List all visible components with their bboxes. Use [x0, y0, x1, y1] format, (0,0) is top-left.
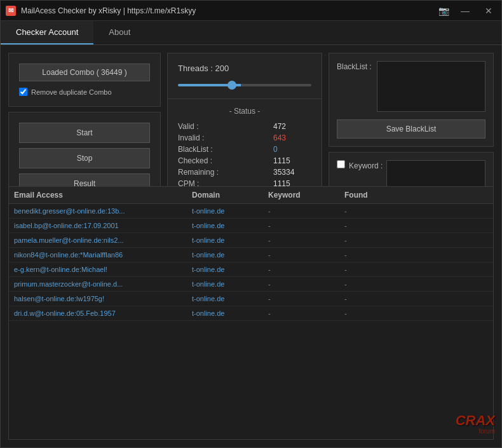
blacklist-textarea[interactable]: [377, 61, 485, 112]
cell-found: -: [344, 280, 408, 288]
cell-domain: t-online.de: [192, 207, 268, 215]
cell-domain: t-online.de: [192, 251, 268, 259]
app-icon: ✉: [6, 6, 16, 16]
table-row: isabel.bp@t-online.de:17.09.2001 t-onlin…: [9, 219, 493, 233]
results-section: Email Access Domain Keyword Found benedi…: [8, 186, 494, 440]
checked-label: Checked :: [178, 156, 212, 165]
close-button[interactable]: ✕: [481, 4, 496, 17]
cell-keyword: -: [268, 309, 344, 317]
cell-found: -: [344, 236, 408, 244]
cell-domain: t-online.de: [192, 266, 268, 273]
cell-domain: t-online.de: [192, 295, 268, 302]
tab-about[interactable]: About: [93, 21, 146, 44]
app-window: ✉ MailAcess Checker by xRisky | https://…: [0, 0, 502, 448]
cell-found: -: [344, 207, 408, 215]
col-domain-header: Domain: [192, 191, 268, 200]
threads-slider[interactable]: [178, 84, 311, 86]
table-header: Email Access Domain Keyword Found: [9, 187, 493, 204]
col-found-header: Found: [344, 191, 408, 200]
cell-keyword: -: [268, 207, 344, 215]
table-row: e-g.kern@t-online.de:Michael! t-online.d…: [9, 262, 493, 277]
cell-email: nikon84@t-online.de:*Marialfflan86: [14, 251, 192, 259]
cell-email: isabel.bp@t-online.de:17.09.2001: [14, 222, 192, 229]
blacklist-section: BlackList : Save BlackList: [329, 53, 494, 147]
cell-domain: t-online.de: [192, 236, 268, 244]
col-keyword-header: Keyword: [268, 191, 344, 200]
table-row: nikon84@t-online.de:*Marialfflan86 t-onl…: [9, 248, 493, 262]
table-row: benedikt.gresser@t-online.de:13b... t-on…: [9, 204, 493, 219]
invalid-label: Invalid :: [178, 133, 204, 142]
cell-keyword: -: [268, 251, 344, 259]
keyword-checkbox[interactable]: [337, 160, 345, 168]
threads-label: Threads : 200: [178, 64, 311, 73]
slider-container: [178, 79, 311, 88]
status-valid-row: Valid : 472: [178, 122, 311, 131]
minimize-button[interactable]: —: [457, 4, 473, 17]
remove-duplicate-checkbox[interactable]: [19, 88, 27, 96]
blacklist-value: 0: [273, 145, 311, 154]
blacklist-label: BlackList :: [178, 145, 213, 154]
cell-email: benedikt.gresser@t-online.de:13b...: [14, 207, 192, 215]
keyword-label: Keyword :: [349, 160, 383, 170]
table-row: primum.masterzocker@t-online.d... t-onli…: [9, 277, 493, 292]
cell-domain: t-online.de: [192, 280, 268, 288]
tab-checker-account[interactable]: Checker Account: [1, 21, 93, 44]
cell-domain: t-online.de: [192, 309, 268, 317]
status-title: - Status -: [178, 107, 311, 116]
watermark: CRAX forum: [456, 414, 495, 435]
status-checked-row: Checked : 1115: [178, 156, 311, 165]
cell-found: -: [344, 251, 408, 259]
title-bar: ✉ MailAcess Checker by xRisky | https://…: [1, 1, 501, 21]
right-panel: BlackList : Save BlackList Keyword : Sav…: [329, 53, 494, 180]
start-button[interactable]: Start: [19, 123, 150, 143]
cell-found: -: [344, 222, 408, 229]
blacklist-header: BlackList :: [337, 61, 485, 112]
cell-keyword: -: [268, 266, 344, 273]
cell-keyword: -: [268, 280, 344, 288]
blacklist-label: BlackList :: [337, 61, 372, 71]
watermark-brand: CRAX: [456, 414, 495, 428]
window-controls: 📷 — ✕: [438, 4, 496, 17]
left-panel: Loaded Combo ( 36449 ) Remove duplicate …: [8, 53, 161, 180]
cell-email: primum.masterzocker@t-online.d...: [14, 280, 192, 288]
cell-email: halsen@t-online.de:lw1975g!: [14, 295, 192, 302]
cell-email: pamela.mueller@t-online.de:nils2...: [14, 236, 192, 244]
invalid-value: 643: [273, 133, 311, 142]
cell-keyword: -: [268, 236, 344, 244]
cell-domain: t-online.de: [192, 222, 268, 229]
table-row: dri.d.w@t-online.de:05.Feb.1957 t-online…: [9, 306, 493, 321]
load-combo-button[interactable]: Loaded Combo ( 36449 ): [19, 64, 150, 81]
cell-found: -: [344, 309, 408, 317]
cell-email: dri.d.w@t-online.de:05.Feb.1957: [14, 309, 192, 317]
tab-bar: Checker Account About: [1, 21, 501, 45]
middle-panel: Threads : 200 - Status - Valid : 472 Inv…: [167, 53, 322, 180]
remove-duplicate-label: Remove duplicate Combo: [31, 88, 112, 96]
status-remaining-row: Remaining : 35334: [178, 168, 311, 177]
remaining-label: Remaining :: [178, 168, 219, 177]
remaining-value: 35334: [273, 168, 311, 177]
title-text: MailAcess Checker by xRisky | https://t.…: [21, 6, 438, 15]
main-content: Loaded Combo ( 36449 ) Remove duplicate …: [1, 45, 501, 447]
checked-value: 1115: [273, 156, 311, 165]
valid-value: 472: [273, 122, 311, 131]
stop-button[interactable]: Stop: [19, 148, 150, 168]
col-scroll-spacer: [408, 191, 421, 200]
camera-icon[interactable]: 📷: [438, 6, 449, 16]
cell-found: -: [344, 266, 408, 273]
top-section: Loaded Combo ( 36449 ) Remove duplicate …: [8, 53, 494, 180]
status-invalid-row: Invalid : 643: [178, 133, 311, 142]
cell-keyword: -: [268, 222, 344, 229]
remove-duplicate-row: Remove duplicate Combo: [19, 88, 150, 96]
table-row: pamela.mueller@t-online.de:nils2... t-on…: [9, 233, 493, 248]
combo-panel: Loaded Combo ( 36449 ) Remove duplicate …: [8, 53, 161, 107]
cell-keyword: -: [268, 295, 344, 302]
cell-found: -: [344, 295, 408, 302]
status-blacklist-row: BlackList : 0: [178, 145, 311, 154]
table-row: halsen@t-online.de:lw1975g! t-online.de …: [9, 292, 493, 306]
cell-email: e-g.kern@t-online.de:Michael!: [14, 266, 192, 273]
col-email-header: Email Access: [14, 191, 192, 200]
table-body: benedikt.gresser@t-online.de:13b... t-on…: [9, 204, 493, 439]
save-blacklist-button[interactable]: Save BlackList: [337, 119, 485, 139]
watermark-sub: forum: [456, 428, 495, 435]
threads-panel: Threads : 200: [167, 53, 322, 98]
